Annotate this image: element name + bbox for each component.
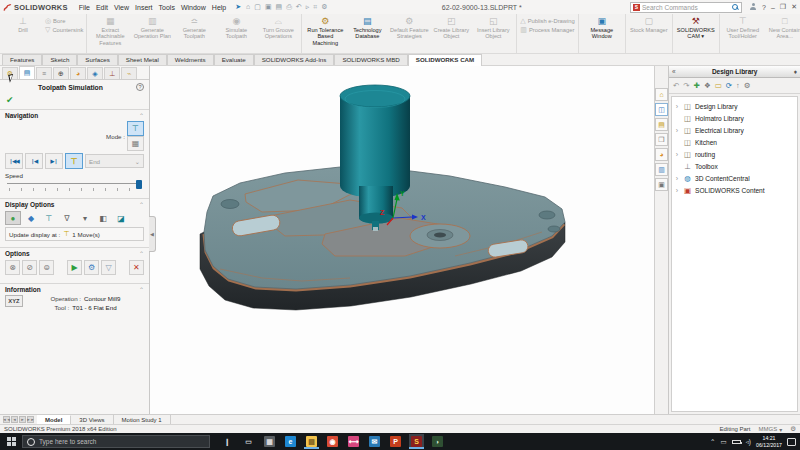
view-tab-motion-study-1[interactable]: Motion Study 1 — [114, 415, 171, 424]
start-button[interactable] — [0, 433, 22, 450]
ribbon-feature-strategies[interactable]: ⚙Default Feature Strategies — [388, 15, 430, 52]
panel-tab-display-manager[interactable]: ◕ — [70, 67, 86, 79]
comparison-display-button[interactable]: ◪ — [113, 211, 129, 225]
pin-pane-icon[interactable]: ♦ — [794, 68, 797, 75]
ribbon-operation-plan[interactable]: ▥Generate Operation Plan — [131, 15, 173, 52]
taskbar-search-input[interactable]: Type here to search — [39, 438, 96, 445]
ribbon-generate-toolpath[interactable]: ≏Generate Toolpath — [173, 15, 215, 52]
tree-item-kitchen[interactable]: ◫Kitchen — [674, 136, 795, 148]
forward-icon[interactable]: ↷ — [683, 81, 689, 90]
ribbon-user-tool[interactable]: ⊤User Defined Tool/Holder — [722, 15, 764, 52]
menu-insert[interactable]: Insert — [135, 4, 153, 11]
last-tab-icon[interactable]: ►► — [27, 416, 34, 423]
add-to-library-icon[interactable]: ❖ — [704, 81, 711, 90]
first-tab-icon[interactable]: ◄◄ — [3, 416, 10, 423]
tree-item-solidworks-content[interactable]: ›▣SOLIDWORKS Content — [674, 184, 795, 196]
show-collisions-button[interactable]: ▶ — [67, 260, 82, 275]
action-center-icon[interactable] — [787, 438, 796, 446]
ribbon-create-library[interactable]: ◰Create Library Object — [430, 15, 472, 52]
teamviewer-icon[interactable]: ⟷ — [346, 434, 361, 449]
battery-icon[interactable] — [732, 440, 741, 444]
clock[interactable]: 14:21 06/12/2017 — [756, 435, 782, 448]
custom-properties-tab[interactable]: ▥ — [655, 163, 668, 176]
expand-arrow-icon[interactable]: › — [674, 151, 680, 158]
select-icon[interactable]: ▹ — [306, 3, 310, 11]
open-icon[interactable]: ▣ — [265, 3, 272, 11]
tool-display-mode-button[interactable]: ⊤ — [127, 121, 144, 136]
fixture-display-button[interactable]: ▾ — [77, 211, 93, 225]
panel-tab-configurations[interactable]: ≡ — [36, 67, 52, 79]
ribbon-run-tbm[interactable]: ⚙Run Tolerance Based Machining — [304, 15, 346, 52]
simulation-options-button[interactable]: ⚙ — [84, 260, 99, 275]
collapse-section-icon[interactable]: ⌃ — [139, 286, 144, 293]
ribbon-message-window[interactable]: ▣Message Window — [581, 15, 623, 52]
model-canvas[interactable]: X Y Z — [150, 66, 654, 414]
powerpoint-icon[interactable]: P — [388, 434, 403, 449]
speed-slider-thumb[interactable] — [136, 180, 142, 189]
menu-window[interactable]: Window — [181, 4, 206, 11]
go-to-start-button[interactable]: ❘◀◀ — [5, 153, 23, 169]
menu-tools[interactable]: Tools — [159, 4, 175, 11]
panel-tab-simulation-settings[interactable]: ⌁ — [121, 67, 137, 79]
view-palette-tab[interactable]: ❐ — [655, 133, 668, 146]
ribbon-solidworks-cam[interactable]: ⚒SOLIDWORKS CAM ▾ — [675, 15, 717, 52]
collapse-section-icon[interactable]: ⌃ — [139, 201, 144, 208]
step-back-button[interactable]: ❘◀ — [25, 153, 43, 169]
expand-arrow-icon[interactable]: › — [674, 103, 680, 110]
tab-sketch[interactable]: Sketch — [42, 54, 77, 65]
volume-icon[interactable]: ◃) — [746, 438, 751, 446]
tab-surfaces[interactable]: Surfaces — [77, 54, 117, 65]
run-to-dropdown[interactable]: End ⌄ — [85, 154, 144, 168]
run-button[interactable]: ⊤ — [65, 153, 83, 169]
solidworks-resources-tab[interactable]: ⌂ — [655, 88, 668, 101]
remote-app-icon[interactable]: ▦ — [262, 434, 277, 449]
pause-holder-collision-button[interactable]: ⊘ — [22, 260, 37, 275]
rebuild-icon[interactable]: ⌗ — [313, 3, 317, 11]
add-file-location-icon[interactable]: ✚ — [694, 81, 700, 90]
ribbon-turn-groove[interactable]: ⌓Turn Groove Operations — [257, 15, 299, 52]
collapse-section-icon[interactable]: ⌃ — [139, 112, 144, 119]
section-display-button[interactable]: ◧ — [95, 211, 111, 225]
ribbon-stock-manager[interactable]: ▢Stock Manager — [628, 15, 670, 52]
tab-sheet-metal[interactable]: Sheet Metal — [118, 54, 167, 65]
minimize-button[interactable]: – — [771, 4, 775, 11]
turbo-mode-button[interactable]: ▦ — [127, 136, 144, 151]
restore-button[interactable]: ❐ — [780, 3, 786, 11]
tree-item-toolbox[interactable]: ⊥Toolbox — [674, 160, 795, 172]
panel-tab-cam-tools[interactable]: ⊥ — [104, 67, 120, 79]
collapse-pane-icon[interactable]: « — [672, 68, 676, 75]
ribbon-countersink[interactable]: ▽Countersink — [45, 26, 83, 34]
help-icon[interactable]: ? — [136, 83, 144, 91]
view-tab-model[interactable]: Model — [37, 415, 71, 424]
network-icon[interactable]: ▭ — [720, 438, 726, 446]
panel-tab-toolpath-simulation-tab[interactable]: ▤ — [19, 66, 35, 79]
search-input[interactable]: Search Commands — [642, 4, 729, 11]
units-dropdown[interactable]: MMGS▾ — [758, 426, 782, 433]
expand-arrow-icon[interactable]: › — [674, 127, 680, 134]
target-part-display-button[interactable]: ◆ — [23, 211, 39, 225]
prev-tab-icon[interactable]: ◄ — [11, 416, 18, 423]
tab-solidworks-mbd[interactable]: SOLIDWORKS MBD — [334, 54, 407, 65]
ribbon-drill[interactable]: ⊥Drill — [2, 15, 44, 52]
ribbon-publish-edrawing[interactable]: △Publish e-Drawing — [520, 17, 574, 25]
save-stock-button[interactable]: ▽ — [101, 260, 116, 275]
mail-app-icon[interactable]: ✉ — [367, 434, 382, 449]
ribbon-simulate-toolpath[interactable]: ◉Simulate Toolpath — [215, 15, 257, 52]
print-icon[interactable]: ⎙ — [286, 3, 292, 11]
end-simulation-button[interactable]: ✕ — [129, 260, 144, 275]
ribbon-extract-features[interactable]: ▦Extract Machinable Features — [89, 15, 131, 52]
create-folder-icon[interactable]: ▭ — [715, 81, 722, 90]
panel-collapse-handle[interactable]: ◀ — [149, 216, 156, 252]
new-file-icon[interactable]: ▢ — [254, 3, 261, 11]
pause-tool-collision-button[interactable]: ⊗ — [5, 260, 20, 275]
refresh-icon[interactable]: ⟳ — [726, 81, 732, 90]
forum-tab[interactable]: ▣ — [655, 178, 668, 191]
command-search[interactable]: S Search Commands — [630, 2, 742, 13]
ribbon-insert-library[interactable]: ◱Insert Library Object — [472, 15, 514, 52]
step-forward-button[interactable]: ▶❘ — [45, 153, 63, 169]
menu-view[interactable]: View — [114, 4, 129, 11]
tab-solidworks-add-ins[interactable]: SOLIDWORKS Add-Ins — [254, 54, 335, 65]
tool-display-button[interactable]: ⊤ — [41, 211, 57, 225]
file-explorer-icon[interactable]: ▤ — [304, 434, 319, 449]
menu-help[interactable]: Help — [212, 4, 226, 11]
